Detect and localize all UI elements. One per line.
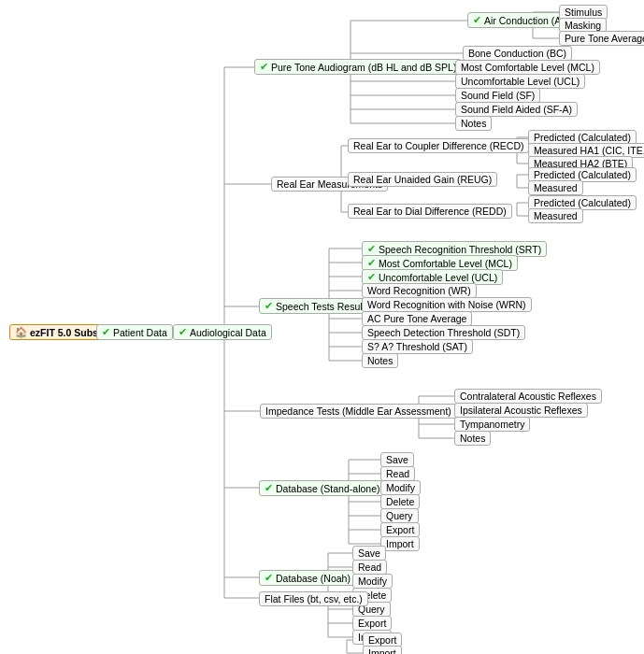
redd-label: Real Ear to Dial Difference (REDD) xyxy=(348,204,512,219)
mcl-pt-node: Most Comfortable Level (MCL) xyxy=(455,60,600,75)
pure-tone-avg-label: Pure Tone Average xyxy=(559,31,644,46)
audiological-data-node: ✔ Audiological Data xyxy=(173,324,272,340)
word-rec-noise-node: Word Recognition with Noise (WRN) xyxy=(362,297,532,312)
db-delete1-label: Delete xyxy=(380,494,420,509)
sat-node: S? A? Threshold (SAT) xyxy=(362,339,473,354)
bone-conduction-label: Bone Conduction (BC) xyxy=(463,46,572,61)
recd-label: Real Ear to Coupler Difference (RECD) xyxy=(348,138,529,153)
db-save2-label: Save xyxy=(352,546,386,561)
db-export1-node: Export xyxy=(380,522,420,537)
db-export2-label: Export xyxy=(352,616,392,631)
db-save1-node: Save xyxy=(380,452,414,467)
notes-impedance-label: Notes xyxy=(454,431,491,446)
check-icon-7: ✔ xyxy=(367,257,376,269)
pure-tone-node: ✔ Pure Tone Audiogram (dB HL and dB SPL) xyxy=(254,59,462,75)
db-export2-node: Export xyxy=(352,616,392,631)
contralateral-label: Contralateral Acoustic Reflexes xyxy=(454,389,602,404)
reug-node: Real Ear Unaided Gain (REUG) xyxy=(348,172,497,187)
notes-speech-label: Notes xyxy=(362,353,398,368)
db-read2-node: Read xyxy=(352,560,387,575)
check-icon-8: ✔ xyxy=(367,271,376,283)
impedance-label: Impedance Tests (Middle Ear Assessment) xyxy=(260,404,457,419)
sound-field-node: Sound Field (SF) xyxy=(455,88,540,103)
db-read1-label: Read xyxy=(380,466,415,481)
redd-measured-label: Measured xyxy=(528,208,583,223)
db-save2-node: Save xyxy=(352,546,386,561)
db-noah-node: ✔ Database (Noah) xyxy=(259,570,356,586)
redd-node: Real Ear to Dial Difference (REDD) xyxy=(348,204,512,219)
word-rec-label: Word Recognition (WR) xyxy=(362,283,477,298)
check-icon-9: ✔ xyxy=(265,482,273,494)
db-modify1-label: Modify xyxy=(380,480,421,495)
check-icon: ✔ xyxy=(102,326,110,338)
ff-import-node: Import xyxy=(363,646,402,654)
flat-files-node: Flat Files (bt, csv, etc.) xyxy=(259,591,368,606)
db-modify2-label: Modify xyxy=(352,574,393,589)
ucl-pt-label: Uncomfortable Level (UCL) xyxy=(455,74,585,89)
house-icon: 🏠 xyxy=(15,326,27,338)
ucl-pt-node: Uncomfortable Level (UCL) xyxy=(455,74,585,89)
contralateral-node: Contralateral Acoustic Reflexes xyxy=(454,389,602,404)
notes-impedance-node: Notes xyxy=(454,431,491,446)
check-icon-2: ✔ xyxy=(179,326,187,338)
recd-node: Real Ear to Coupler Difference (RECD) xyxy=(348,138,529,153)
db-import1-node: Import xyxy=(380,536,420,551)
db-delete1-node: Delete xyxy=(380,494,420,509)
speech-tests-label: ✔ Speech Tests Results xyxy=(259,298,376,314)
ipsilateral-node: Ipsilateral Acoustic Reflexes xyxy=(454,403,588,418)
bone-conduction-node: Bone Conduction (BC) xyxy=(463,46,572,61)
ac-pure-tone-node: AC Pure Tone Average xyxy=(362,311,472,326)
speech-tests-node: ✔ Speech Tests Results xyxy=(259,298,376,314)
word-rec-node: Word Recognition (WR) xyxy=(362,283,477,298)
db-standalone-label: ✔ Database (Stand-alone) xyxy=(259,480,386,496)
audiological-data-label: ✔ Audiological Data xyxy=(173,324,272,340)
sound-field-aided-node: Sound Field Aided (SF-A) xyxy=(455,102,578,117)
patient-data-node: ✔ Patient Data xyxy=(96,324,173,340)
notes-pt-node: Notes xyxy=(455,116,492,131)
notes-pt-label: Notes xyxy=(455,116,492,131)
db-standalone-node: ✔ Database (Stand-alone) xyxy=(259,480,386,496)
check-icon-3: ✔ xyxy=(260,61,268,73)
sat-label: S? A? Threshold (SAT) xyxy=(362,339,473,354)
db-modify1-node: Modify xyxy=(380,480,421,495)
sound-field-label: Sound Field (SF) xyxy=(455,88,540,103)
check-icon-6: ✔ xyxy=(367,243,376,255)
db-export1-label: Export xyxy=(380,522,420,537)
sound-field-aided-label: Sound Field Aided (SF-A) xyxy=(455,102,578,117)
impedance-node: Impedance Tests (Middle Ear Assessment) xyxy=(260,404,457,419)
mcl-pt-label: Most Comfortable Level (MCL) xyxy=(455,60,600,75)
ac-pure-tone-label: AC Pure Tone Average xyxy=(362,311,472,326)
mind-map: 🏠 ezFIT 5.0 Subsystems ✔ Patient Data ✔ … xyxy=(0,0,644,654)
db-query1-node: Query xyxy=(380,508,419,523)
word-rec-noise-label: Word Recognition with Noise (WRN) xyxy=(362,297,532,312)
db-query1-label: Query xyxy=(380,508,419,523)
patient-data-label: ✔ Patient Data xyxy=(96,324,173,340)
db-import1-label: Import xyxy=(380,536,420,551)
ff-import-label: Import xyxy=(363,646,402,654)
check-icon-10: ✔ xyxy=(265,572,273,584)
db-read1-node: Read xyxy=(380,466,415,481)
sdt-node: Speech Detection Threshold (SDT) xyxy=(362,325,525,340)
tympanometry-label: Tympanometry xyxy=(454,417,530,432)
sdt-label: Speech Detection Threshold (SDT) xyxy=(362,325,525,340)
check-icon-4: ✔ xyxy=(473,14,481,26)
check-icon-5: ✔ xyxy=(265,300,273,312)
redd-measured-node: Measured xyxy=(528,208,583,223)
pure-tone-avg-node: Pure Tone Average xyxy=(559,31,644,46)
flat-files-label: Flat Files (bt, csv, etc.) xyxy=(259,591,368,606)
pure-tone-label: ✔ Pure Tone Audiogram (dB HL and dB SPL) xyxy=(254,59,462,75)
db-save1-label: Save xyxy=(380,452,414,467)
db-noah-label: ✔ Database (Noah) xyxy=(259,570,356,586)
tympanometry-node: Tympanometry xyxy=(454,417,530,432)
reug-label: Real Ear Unaided Gain (REUG) xyxy=(348,172,497,187)
notes-speech-node: Notes xyxy=(362,353,398,368)
db-read2-label: Read xyxy=(352,560,387,575)
reug-measured-node: Measured xyxy=(528,180,583,195)
db-modify2-node: Modify xyxy=(352,574,393,589)
ipsilateral-label: Ipsilateral Acoustic Reflexes xyxy=(454,403,588,418)
reug-measured-label: Measured xyxy=(528,180,583,195)
